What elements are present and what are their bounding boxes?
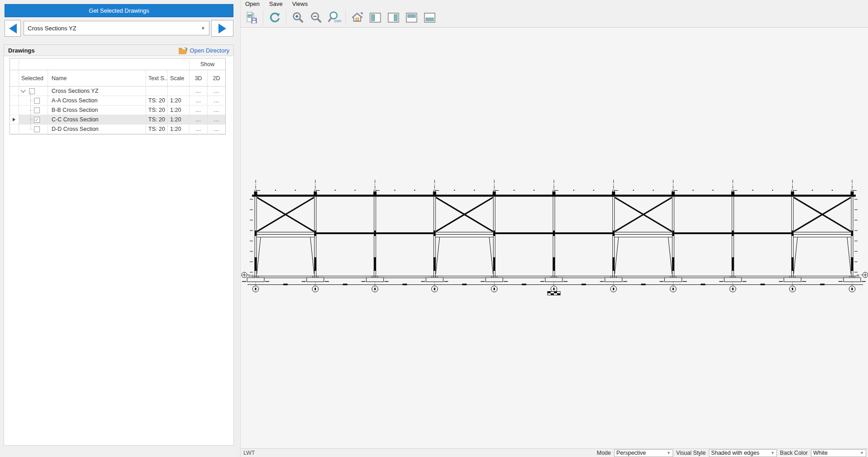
view-top-icon: [405, 11, 418, 24]
show-3d-cell[interactable]: …: [189, 87, 208, 96]
drawing-set-dropdown[interactable]: Cross Sections YZ ▼: [24, 21, 209, 35]
save-image-button[interactable]: IMG: [242, 9, 261, 27]
row-indicator: [10, 125, 19, 134]
row-indicator: [10, 115, 19, 124]
scale-cell: 1:20: [168, 106, 189, 115]
cad-viewport[interactable]: [241, 28, 868, 448]
row-checkbox[interactable]: [34, 107, 40, 113]
scale-cell: 1:20: [168, 125, 189, 134]
col-header-2d[interactable]: 2D: [208, 70, 225, 86]
viewer-panel: Open Save Views IMG: [241, 0, 868, 457]
show-group-header: Show: [189, 58, 225, 70]
chevron-down-icon: ▼: [857, 451, 864, 455]
text-size-cell: [146, 87, 168, 96]
view-right-button[interactable]: [384, 9, 402, 27]
zoom-out-icon: [309, 11, 323, 24]
drawings-panel: Get Selected Drawings Cross Sections YZ …: [0, 0, 235, 457]
drawing-name-cell: A-A Cross Section: [48, 96, 146, 105]
text-size-cell: TS: 20: [146, 96, 168, 105]
show-3d-cell[interactable]: …: [189, 125, 208, 134]
svg-text:IMG: IMG: [248, 14, 253, 17]
show-2d-cell[interactable]: …: [208, 115, 225, 124]
text-size-cell: TS: 20: [146, 106, 168, 115]
lwt-indicator[interactable]: LWT: [243, 450, 255, 456]
show-2d-cell[interactable]: …: [208, 87, 225, 96]
drawing-name-cell: B-B Cross Section: [48, 106, 146, 115]
zoom-100-icon: 100%: [327, 10, 341, 25]
selected-cell: ✓: [19, 115, 48, 124]
drawing-set-value: Cross Sections YZ: [28, 25, 76, 32]
table-row[interactable]: ✓C-C Cross SectionTS: 201:20……: [10, 115, 225, 125]
arrow-right-icon: [218, 24, 226, 34]
refresh-button[interactable]: [266, 9, 284, 27]
row-checkbox[interactable]: [34, 98, 40, 104]
visual-style-select[interactable]: Shaded with edges ▼: [709, 449, 777, 457]
menu-open[interactable]: Open: [245, 0, 260, 7]
row-checkbox[interactable]: ✓: [34, 117, 40, 123]
tree-connector-line: [30, 91, 31, 129]
home-view-button[interactable]: [348, 9, 366, 27]
zoom-100-button[interactable]: 100%: [325, 9, 343, 27]
current-row-arrow-icon: [13, 118, 15, 121]
chevron-down-icon: ▼: [768, 451, 775, 455]
refresh-icon: [268, 11, 281, 24]
next-button[interactable]: [211, 20, 233, 37]
open-directory-link[interactable]: Open Directory: [179, 47, 229, 54]
get-selected-drawings-button[interactable]: Get Selected Drawings: [5, 4, 233, 17]
mode-select[interactable]: Perspective ▼: [614, 449, 673, 457]
toolbar-separator: [263, 10, 263, 25]
back-color-label: Back Color: [780, 450, 808, 456]
row-indicator: [10, 106, 19, 115]
selected-cell: [19, 125, 48, 134]
chevron-down-icon: ▼: [201, 26, 205, 31]
selected-cell: [19, 87, 48, 96]
home-icon: [350, 11, 364, 24]
show-3d-cell[interactable]: …: [189, 115, 208, 124]
drawings-table: Show Selected Name Text S... Scale 3D 2D…: [10, 58, 226, 135]
drawings-group-header: Drawings Open Directory: [4, 45, 233, 56]
col-header-name[interactable]: Name: [48, 70, 146, 86]
table-row[interactable]: Cross Sections YZ……: [10, 87, 225, 96]
col-header-3d[interactable]: 3D: [189, 70, 208, 86]
menu-save[interactable]: Save: [269, 0, 283, 7]
view-top-button[interactable]: [402, 9, 421, 27]
table-row[interactable]: B-B Cross SectionTS: 201:20……: [10, 106, 225, 115]
show-2d-cell[interactable]: …: [208, 125, 225, 134]
col-header-selected[interactable]: Selected: [19, 70, 48, 86]
selected-cell: [19, 96, 48, 105]
selected-cell: [19, 106, 48, 115]
show-2d-cell[interactable]: …: [208, 106, 225, 115]
col-header-textsize[interactable]: Text S...: [146, 70, 168, 86]
show-3d-cell[interactable]: …: [189, 96, 208, 105]
menu-views[interactable]: Views: [292, 0, 307, 7]
row-indicator: [10, 96, 19, 105]
status-bar: LWT Mode Perspective ▼ Visual Style Shad…: [241, 448, 868, 457]
show-3d-cell[interactable]: …: [189, 106, 208, 115]
zoom-out-button[interactable]: [307, 9, 325, 27]
expand-chevron-icon[interactable]: [20, 87, 25, 92]
svg-text:100%: 100%: [334, 19, 341, 23]
drawing-name-cell: D-D Cross Section: [48, 125, 146, 134]
cad-drawing: [241, 28, 868, 448]
view-left-button[interactable]: [366, 9, 384, 27]
back-color-select[interactable]: White ▼: [811, 449, 866, 457]
row-checkbox[interactable]: [29, 88, 35, 94]
table-row[interactable]: A-A Cross SectionTS: 201:20……: [10, 96, 225, 106]
col-header-scale[interactable]: Scale: [168, 70, 189, 86]
toolbar: IMG: [241, 8, 868, 28]
previous-button[interactable]: [5, 20, 21, 37]
scale-cell: 1:20: [168, 115, 189, 124]
open-folder-icon: [179, 47, 188, 54]
row-checkbox[interactable]: [34, 126, 40, 132]
zoom-in-button[interactable]: [289, 9, 307, 27]
view-bottom-button[interactable]: [421, 9, 439, 27]
arrow-left-icon: [9, 24, 17, 34]
drawing-name-cell: C-C Cross Section: [48, 115, 146, 124]
zoom-in-icon: [291, 11, 305, 24]
table-header-row: Selected Name Text S... Scale 3D 2D: [10, 70, 225, 87]
table-row[interactable]: D-D Cross SectionTS: 201:20……: [10, 125, 225, 134]
view-right-icon: [387, 11, 400, 24]
save-image-icon: IMG: [245, 11, 258, 24]
view-bottom-icon: [423, 11, 436, 24]
show-2d-cell[interactable]: …: [208, 96, 225, 105]
